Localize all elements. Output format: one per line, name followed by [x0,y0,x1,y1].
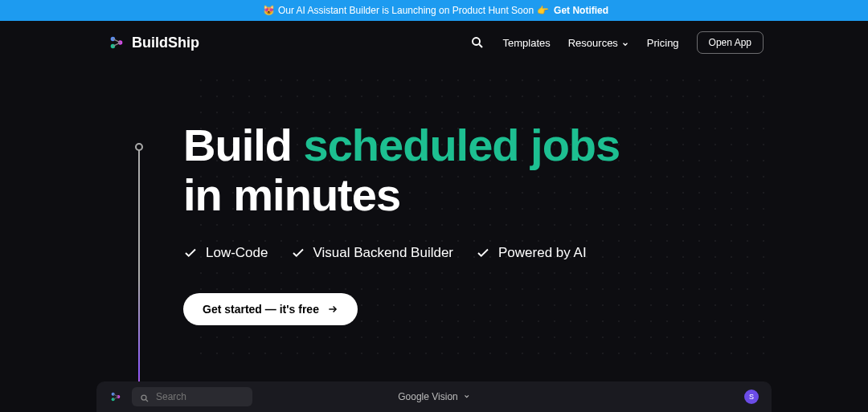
chevron-down-icon [621,39,629,47]
svg-line-10 [146,400,149,402]
hero-title: Build scheduled jobs in minutes [183,120,620,219]
bottombar: Google Vision S [96,381,772,412]
logo[interactable]: BuildShip [108,34,199,51]
svg-point-3 [473,38,480,45]
timeline-line [138,146,140,412]
search-input[interactable] [156,391,244,402]
hero: Build scheduled jobs in minutes Low-Code… [183,120,620,325]
cat-emoji: 😻 [263,5,275,16]
nav-pricing[interactable]: Pricing [647,37,679,49]
nav-templates[interactable]: Templates [502,37,550,49]
announcement-bar: 😻 Our AI Assistant Builder is Launching … [0,0,868,21]
logo-icon [108,34,125,51]
title-accent: scheduled jobs [304,120,620,170]
check-icon [291,246,305,260]
feature-label: Low-Code [206,245,268,261]
open-app-button[interactable]: Open App [697,31,764,54]
svg-point-9 [141,395,146,400]
check-icon [183,246,198,260]
feature-label: Powered by AI [498,245,587,261]
mini-logo-icon[interactable] [109,390,122,403]
search-icon[interactable] [470,35,485,50]
arrow-right-icon [327,304,338,315]
avatar-initial: S [749,393,754,401]
chevron-down-icon [463,391,470,402]
nav-resources-label: Resources [568,37,618,49]
dropdown-label: Google Vision [398,391,458,402]
bottombar-search[interactable] [132,387,252,406]
title-suffix: in minutes [183,169,400,220]
nav-resources[interactable]: Resources [568,37,629,49]
get-started-button[interactable]: Get started — it's free [183,293,358,325]
header: BuildShip Templates Resources Pricing Op… [0,21,868,64]
timeline-dot [135,143,143,151]
feature-label: Visual Backend Builder [313,245,454,261]
point-emoji: 👉 [537,5,549,16]
features: Low-Code Visual Backend Builder Powered … [183,245,620,261]
check-icon [476,246,490,260]
title-prefix: Build [183,120,292,170]
feature-visual: Visual Backend Builder [291,245,454,261]
announcement-cta[interactable]: Get Notified [554,5,608,16]
bottombar-dropdown[interactable]: Google Vision [398,391,470,402]
search-icon [140,392,149,402]
nav: Templates Resources Pricing Open App [470,31,764,54]
feature-lowcode: Low-Code [183,245,268,261]
avatar[interactable]: S [744,390,759,404]
svg-line-4 [480,44,483,47]
logo-text: BuildShip [132,35,199,51]
cta-label: Get started — it's free [203,303,319,316]
announcement-text: Our AI Assistant Builder is Launching on… [278,5,534,16]
feature-ai: Powered by AI [476,245,587,261]
